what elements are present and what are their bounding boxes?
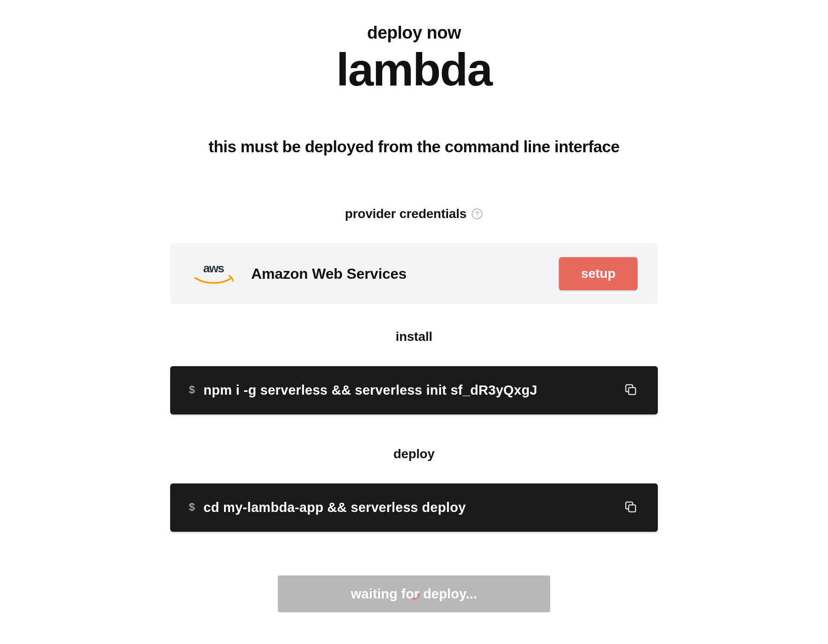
prompt-icon: $ bbox=[189, 384, 195, 397]
credentials-label: provider credentials bbox=[345, 207, 466, 221]
copy-icon bbox=[624, 383, 638, 398]
page-title: lambda bbox=[336, 46, 492, 94]
svg-rect-4 bbox=[629, 505, 636, 512]
install-section: install $ npm i -g serverless && serverl… bbox=[170, 329, 658, 414]
setup-button[interactable]: setup bbox=[559, 257, 638, 290]
install-command: npm i -g serverless && serverless init s… bbox=[203, 383, 622, 398]
aws-logo-icon: aws bbox=[190, 260, 236, 287]
svg-text:aws: aws bbox=[203, 261, 224, 275]
copy-icon bbox=[624, 500, 638, 515]
install-codebox: $ npm i -g serverless && serverless init… bbox=[170, 366, 658, 414]
subtitle: this must be deployed from the command l… bbox=[208, 138, 619, 156]
deploy-command: cd my-lambda-app && serverless deploy bbox=[203, 500, 622, 515]
deploy-section: deploy $ cd my-lambda-app && serverless … bbox=[170, 447, 658, 532]
copy-install-button[interactable] bbox=[622, 381, 639, 400]
install-label: install bbox=[396, 329, 432, 344]
provider-name: Amazon Web Services bbox=[251, 265, 559, 282]
copy-deploy-button[interactable] bbox=[622, 498, 639, 517]
prompt-icon: $ bbox=[189, 501, 195, 514]
waiting-button: waiting for deploy... bbox=[278, 575, 550, 612]
help-icon[interactable] bbox=[471, 208, 483, 220]
kicker: deploy now bbox=[367, 23, 461, 43]
deploy-codebox: $ cd my-lambda-app && serverless deploy bbox=[170, 483, 658, 532]
svg-point-1 bbox=[477, 216, 477, 217]
deploy-label: deploy bbox=[393, 447, 434, 461]
credentials-label-row: provider credentials bbox=[345, 207, 483, 221]
spinner-icon bbox=[408, 587, 420, 600]
provider-card: aws Amazon Web Services setup bbox=[170, 243, 658, 304]
svg-point-5 bbox=[409, 589, 419, 599]
credentials-section: provider credentials aws Amazon Web Serv… bbox=[170, 207, 658, 304]
svg-rect-3 bbox=[629, 388, 636, 395]
